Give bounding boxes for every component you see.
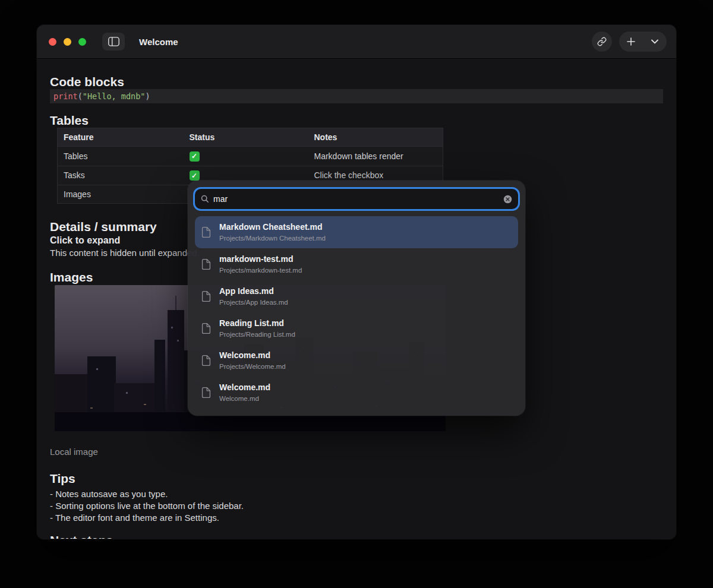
result-path: Projects/App Ideas.md: [219, 298, 288, 306]
result-path: Projects/markdown-test.md: [219, 266, 302, 274]
image-caption: Local image: [50, 446, 663, 458]
table-header-notes: Notes: [308, 128, 443, 147]
table-row: Tables Markdown tables render: [58, 147, 443, 166]
file-icon: [201, 355, 212, 366]
result-path: Projects/Markdown Cheatsheet.md: [219, 234, 326, 242]
plus-icon: [627, 37, 635, 46]
clear-icon: [503, 195, 512, 204]
sidebar-toggle-button[interactable]: [102, 33, 125, 50]
result-path: Welcome.md: [219, 394, 270, 403]
heading-next-steps: Next steps: [50, 533, 663, 539]
checkbox-checked-icon: [190, 170, 200, 181]
cell-feature: Tables: [58, 147, 184, 166]
cell-feature: Images: [58, 185, 184, 204]
sidebar-icon: [108, 37, 119, 46]
new-note-button-group: [619, 31, 667, 52]
search-input[interactable]: [213, 194, 499, 204]
search-field: [195, 189, 518, 209]
search-results: Markdown Cheatsheet.md Projects/Markdown…: [188, 209, 525, 416]
result-title: Welcome.md: [219, 350, 286, 361]
file-icon: [201, 291, 212, 302]
search-result-item[interactable]: Reading List.md Projects/Reading List.md: [195, 312, 518, 344]
cell-feature: Tasks: [58, 166, 184, 185]
file-icon: [201, 323, 212, 334]
clear-search-button[interactable]: [503, 195, 512, 204]
copy-link-button[interactable]: [592, 31, 612, 52]
table-header-status: Status: [184, 128, 308, 147]
search-result-item[interactable]: Welcome.md Welcome.md: [195, 377, 518, 409]
table-header-feature: Feature: [58, 128, 184, 147]
search-result-item[interactable]: Markdown Cheatsheet.md Projects/Markdown…: [195, 216, 518, 248]
code-paren-open: (: [78, 91, 83, 101]
table-header-row: Feature Status Notes: [58, 128, 443, 147]
result-path: Projects/Reading List.md: [219, 330, 295, 339]
result-title: App Ideas.md: [219, 286, 288, 296]
heading-tips: Tips: [50, 471, 663, 486]
file-icon: [201, 227, 212, 238]
code-string: "Hello, mdnb": [83, 91, 146, 101]
search-result-item[interactable]: App Ideas.md Projects/App Ideas.md: [195, 280, 518, 312]
chevron-down-icon: [651, 39, 658, 44]
new-note-button[interactable]: [619, 31, 643, 52]
file-icon: [201, 387, 212, 398]
result-title: Reading List.md: [219, 318, 295, 328]
quick-open-dialog: Markdown Cheatsheet.md Projects/Markdown…: [188, 181, 525, 416]
result-title: Welcome.md: [219, 382, 270, 393]
cell-notes: Markdown tables render: [308, 147, 443, 166]
result-title: markdown-test.md: [219, 254, 302, 264]
close-button[interactable]: [49, 38, 56, 46]
file-icon: [201, 259, 212, 270]
tip-item: - The editor font and theme are in Setti…: [50, 512, 663, 524]
code-block: print("Hello, mdnb"): [50, 89, 663, 103]
tip-item: - Notes autosave as you type.: [50, 488, 663, 500]
result-title: Markdown Cheatsheet.md: [219, 222, 326, 232]
tip-item: - Sorting options live at the bottom of …: [50, 500, 663, 512]
result-path: Projects/Welcome.md: [219, 362, 286, 371]
zoom-button[interactable]: [78, 38, 86, 46]
link-icon: [597, 37, 607, 46]
cell-status: [184, 147, 308, 166]
code-keyword: print: [53, 91, 78, 101]
tips-list: - Notes autosave as you type. - Sorting …: [50, 488, 663, 524]
titlebar-actions: [592, 31, 667, 52]
minimize-button[interactable]: [64, 38, 71, 46]
traffic-lights: [49, 38, 86, 46]
search-result-item[interactable]: markdown-test.md Projects/markdown-test.…: [195, 248, 518, 280]
search-icon: [201, 195, 209, 203]
window-title: Welcome: [139, 37, 178, 47]
search-result-item[interactable]: Welcome.md Projects/Welcome.md: [195, 344, 518, 377]
code-paren-close: ): [145, 91, 150, 101]
heading-tables: Tables: [50, 113, 663, 128]
checkbox-checked-icon: [190, 151, 200, 162]
titlebar: Welcome: [37, 25, 676, 59]
new-note-menu-button[interactable]: [643, 31, 667, 52]
heading-code-blocks: Code blocks: [50, 74, 663, 89]
